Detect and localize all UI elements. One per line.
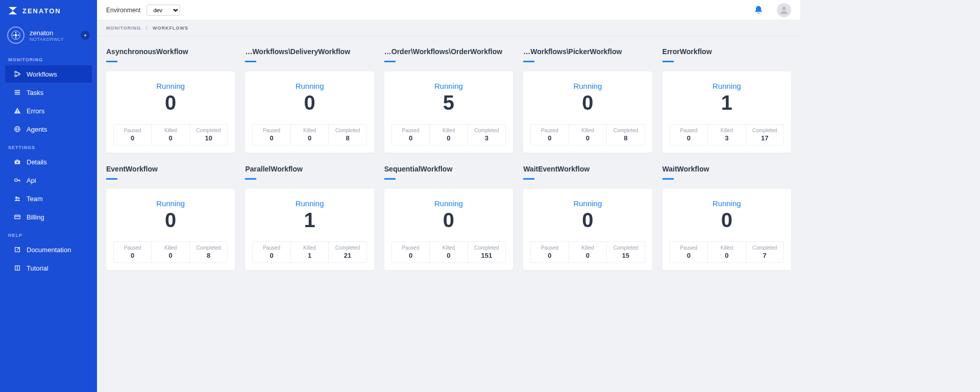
env-select[interactable]: dev (146, 5, 180, 16)
workflow-card[interactable]: Running0Paused0Killed0Completed151 (384, 189, 513, 270)
stat-paused: Paused0 (114, 242, 152, 262)
workflow-card[interactable]: Running1Paused0Killed3Completed17 (663, 71, 791, 153)
team-icon (13, 194, 21, 203)
alert-icon (13, 107, 21, 115)
workflow-stats: Paused0Killed1Completed21 (252, 241, 366, 263)
workflow-title[interactable]: …Order\Workflows\OrderWorkflow (384, 47, 513, 56)
sidebar-item-billing[interactable]: Billing (5, 208, 92, 226)
workflow-title[interactable]: ParallelWorkflow (245, 165, 374, 173)
workflow-title[interactable]: …Workflows\PickerWorkflow (523, 47, 652, 56)
svg-point-24 (782, 7, 786, 10)
running-value: 0 (530, 91, 645, 114)
stat-paused: Paused0 (253, 125, 290, 145)
workflow-card[interactable]: Running0Paused0Killed0Completed8 (523, 71, 652, 153)
sidebar-item-label: Details (27, 158, 47, 166)
running-value: 5 (391, 91, 506, 114)
running-value: 1 (670, 91, 784, 114)
sidebar-item-label: Workflows (27, 70, 57, 78)
user-avatar[interactable] (777, 3, 791, 17)
org-name: zenaton (30, 29, 64, 37)
workflow-card[interactable]: Running0Paused0Killed0Completed10 (106, 71, 235, 153)
sidebar-item-api[interactable]: Api (5, 172, 92, 189)
stat-completed: Completed7 (746, 242, 783, 262)
external-icon (13, 246, 21, 254)
sidebar-item-errors[interactable]: Errors (5, 102, 92, 119)
stat-completed: Completed15 (607, 242, 644, 262)
workflow-cell: ErrorWorkflowRunning1Paused0Killed3Compl… (657, 41, 796, 159)
workflow-cell: …Order\Workflows\OrderWorkflowRunning5Pa… (379, 41, 518, 159)
sidebar-item-documentation[interactable]: Documentation (5, 241, 92, 258)
sidebar-item-details[interactable]: Details (5, 153, 92, 170)
workflow-title-underline (245, 61, 256, 62)
workflow-title-underline (384, 61, 396, 62)
chevron-down-icon: ▾ (81, 31, 90, 40)
sidebar-item-label: Api (27, 177, 36, 184)
stat-killed: Killed0 (152, 242, 189, 262)
topbar: Environment dev (97, 0, 800, 20)
brand-row[interactable]: ZENATON (0, 0, 97, 21)
running-label: Running (113, 82, 228, 90)
notifications-icon[interactable] (753, 5, 764, 15)
sidebar-item-label: Billing (27, 213, 44, 221)
stat-completed: Completed17 (746, 125, 783, 145)
sidebar-item-label: Agents (27, 126, 47, 133)
workflow-card[interactable]: Running1Paused0Killed1Completed21 (245, 189, 374, 270)
workflow-title-underline (523, 178, 534, 180)
svg-rect-11 (15, 94, 20, 95)
running-label: Running (391, 82, 506, 90)
workflow-title[interactable]: WaitEventWorkflow (523, 165, 652, 173)
breadcrumb-monitoring[interactable]: MONITORING (106, 26, 141, 31)
sidebar-item-tutorial[interactable]: Tutorial (5, 259, 92, 277)
workflow-stats: Paused0Killed0Completed3 (391, 124, 506, 145)
workflow-title-underline (663, 61, 674, 62)
sidebar-item-workflows[interactable]: Workflows (5, 65, 92, 83)
branch-icon (13, 70, 21, 78)
workflow-cell: WaitWorkflowRunning0Paused0Killed0Comple… (657, 159, 796, 276)
workflow-stats: Paused0Killed0Completed15 (530, 241, 645, 263)
stat-completed: Completed3 (468, 125, 505, 145)
org-sub: NOTAKDRWLY (30, 37, 64, 42)
workflow-card[interactable]: Running0Paused0Killed0Completed8 (106, 189, 235, 270)
workflow-title[interactable]: EventWorkflow (106, 165, 235, 173)
org-switcher[interactable]: zenaton NOTAKDRWLY ▾ (0, 21, 97, 51)
workflow-card[interactable]: Running0Paused0Killed0Completed8 (245, 71, 374, 153)
running-label: Running (530, 199, 645, 208)
workflow-card[interactable]: Running0Paused0Killed0Completed15 (523, 189, 652, 270)
workflow-title[interactable]: …Workflows\DeliveryWorkflow (245, 47, 374, 56)
stat-killed: Killed1 (291, 242, 329, 262)
running-value: 0 (252, 91, 366, 114)
workflow-grid: AsynchronousWorkflowRunning0Paused0Kille… (101, 41, 796, 276)
running-value: 0 (530, 209, 645, 231)
sidebar-item-label: Team (27, 195, 43, 203)
workflow-title[interactable]: WaitWorkflow (663, 165, 791, 173)
sidebar: ZENATON zenaton NOTAKDRWLY ▾ MONITORING … (0, 0, 97, 392)
svg-point-2 (13, 35, 14, 36)
sidebar-item-team[interactable]: Team (5, 190, 92, 207)
workflow-cell: …Workflows\PickerWorkflowRunning0Paused0… (518, 41, 657, 159)
stat-killed: Killed3 (708, 125, 746, 145)
stat-paused: Paused0 (114, 125, 152, 145)
sidebar-item-tasks[interactable]: Tasks (5, 84, 92, 101)
workflow-stats: Paused0Killed0Completed7 (670, 241, 784, 263)
svg-rect-13 (17, 112, 17, 113)
stat-killed: Killed0 (569, 242, 607, 262)
breadcrumb: MONITORING / WORKFLOWS (97, 20, 800, 36)
svg-point-1 (15, 34, 17, 37)
svg-point-7 (15, 75, 17, 77)
workflow-title[interactable]: ErrorWorkflow (663, 47, 791, 56)
section-settings: SETTINGS (0, 139, 97, 153)
workflow-title[interactable]: AsynchronousWorkflow (106, 47, 235, 56)
svg-point-6 (15, 71, 17, 74)
workflow-card[interactable]: Running5Paused0Killed0Completed3 (384, 71, 513, 153)
sidebar-item-agents[interactable]: Agents (5, 120, 92, 138)
workflow-title-underline (384, 178, 396, 180)
workflow-card[interactable]: Running0Paused0Killed0Completed7 (663, 189, 791, 270)
logo-icon (7, 5, 18, 16)
workflow-title[interactable]: SequentialWorkflow (384, 165, 513, 173)
running-label: Running (670, 199, 784, 208)
svg-point-17 (16, 161, 18, 163)
stat-paused: Paused0 (531, 242, 569, 262)
running-value: 0 (391, 209, 506, 231)
running-label: Running (252, 199, 366, 208)
running-label: Running (530, 82, 645, 90)
